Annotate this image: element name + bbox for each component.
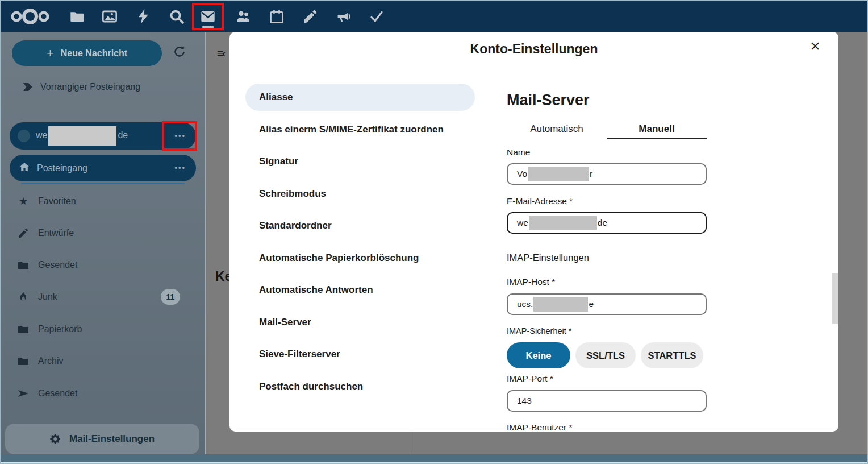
menu-open-icon[interactable]: ≡‹ [217, 47, 224, 60]
calendar-app-icon[interactable] [269, 9, 284, 24]
sidebar-border [205, 32, 206, 454]
tasks-app-icon[interactable] [369, 9, 384, 24]
window-bottom-edge [1, 462, 868, 464]
tab-automatisch[interactable]: Automatisch [507, 121, 607, 139]
app-window: + Neue Nachricht Vorrangiger Posteingang… [0, 0, 868, 464]
files-app-icon[interactable] [70, 9, 85, 24]
security-option-ssl-tls[interactable]: SSL/TLS [575, 342, 636, 368]
menu-item-signatur[interactable]: Signatur [245, 148, 475, 175]
menu-item-standardordner[interactable]: Standardordner [245, 212, 475, 239]
send-icon [18, 388, 29, 399]
unread-count-badge: 11 [161, 289, 180, 305]
pencil-icon [18, 227, 29, 239]
photos-app-icon[interactable] [102, 9, 117, 24]
star-icon: ★ [18, 196, 29, 207]
account-settings-dialog: Konto-Einstellungen × Aliasse Alias eine… [229, 32, 838, 432]
section-heading: Mail-Server [507, 92, 590, 109]
home-icon [19, 161, 30, 175]
sidebar-item-entwuerfe[interactable]: Entwürfe [18, 225, 188, 242]
sidebar-item-archiv[interactable]: Archiv [18, 353, 188, 370]
new-message-label: Neue Nachricht [61, 48, 127, 59]
nextcloud-logo-icon[interactable] [9, 5, 52, 28]
folder-icon [18, 324, 29, 335]
imap-security-options: Keine SSL/TLS STARTTLS [507, 342, 703, 368]
announcements-app-icon[interactable] [336, 9, 351, 24]
menu-item-schreibmodus[interactable]: Schreibmodus [245, 180, 475, 208]
activity-app-icon[interactable] [136, 9, 151, 24]
pane-divider [411, 432, 411, 454]
menu-item-alias-smime[interactable]: Alias einerm S/MIME-Zertifikat zuordnen [245, 116, 475, 143]
highlight-box-account-menu [162, 121, 197, 151]
menu-item-mail-server[interactable]: Mail-Server [245, 309, 475, 336]
menu-item-papierkorbloeschung[interactable]: Automatische Papierkorblöschung [245, 245, 475, 272]
security-option-keine[interactable]: Keine [507, 342, 570, 368]
new-message-button[interactable]: + Neue Nachricht [12, 40, 162, 66]
sidebar-divider [21, 183, 185, 184]
sidebar-item-favoriten[interactable]: ★ Favoriten [18, 193, 188, 210]
imap-security-label: IMAP-Sicherheit * [507, 326, 571, 335]
imap-port-label: IMAP-Port * [507, 374, 553, 384]
sidebar-item-junk[interactable]: Junk 11 [18, 288, 188, 305]
folder-icon [18, 259, 29, 271]
folder-label: Entwürfe [38, 228, 74, 238]
name-label: Name [507, 147, 530, 158]
mail-settings-button[interactable]: Mail-Einstellungen [5, 424, 199, 454]
sidebar-item-inbox[interactable]: Posteingang ••• [10, 155, 196, 181]
imap-port-input[interactable]: 143 [507, 390, 707, 412]
redacted-text [533, 297, 588, 312]
menu-item-automatische-antworten[interactable]: Automatische Antworten [245, 276, 475, 304]
name-input[interactable]: Vor [507, 163, 707, 185]
menu-item-postfach-durchsuchen[interactable]: Postfach durchsuchen [245, 373, 475, 400]
inbox-actions-icon[interactable]: ••• [174, 164, 186, 172]
refresh-icon[interactable] [173, 45, 186, 59]
imap-user-label: IMAP-Benutzer * [507, 422, 572, 432]
mode-tabs: Automatisch Manuell [507, 121, 707, 139]
search-app-icon[interactable] [169, 9, 184, 24]
menu-item-sieve-filterserver[interactable]: Sieve-Filterserver [245, 341, 475, 368]
sidebar-item-gesendet[interactable]: Gesendet [18, 256, 188, 274]
email-label: E-Mail-Adresse * [507, 196, 573, 206]
gear-icon [50, 433, 61, 445]
redacted-text [529, 216, 597, 230]
top-bar [1, 1, 868, 32]
folder-label: Junk [38, 292, 57, 302]
mail-settings-label: Mail-Einstellungen [69, 433, 155, 445]
folder-label: Gesendet [38, 388, 77, 399]
folder-label: Favoriten [38, 196, 76, 206]
notes-app-icon[interactable] [303, 9, 318, 24]
folder-label: Papierkorb [38, 324, 82, 334]
mail-server-form: Mail-Server Automatisch Manuell Name Vor… [507, 32, 707, 432]
imap-host-input[interactable]: ucs.e [507, 293, 707, 315]
highlight-box-mail-icon [192, 3, 224, 30]
redacted-text [48, 126, 116, 146]
account-avatar [18, 130, 30, 142]
account-name: wede [36, 126, 128, 146]
folder-label: Archiv [38, 356, 63, 366]
sidebar-item-papierkorb[interactable]: Papierkorb [18, 321, 188, 338]
contacts-app-icon[interactable] [236, 9, 251, 24]
close-icon[interactable]: × [806, 36, 825, 56]
window-bottom-bar [1, 454, 868, 462]
dialog-scrollbar[interactable] [832, 273, 838, 324]
menu-item-aliasse[interactable]: Aliasse [245, 84, 475, 111]
imap-settings-label: IMAP-Einstellungen [507, 252, 589, 263]
folder-icon [18, 355, 29, 367]
plus-icon: + [47, 46, 54, 61]
sidebar-item-priority-inbox[interactable]: Vorrangiger Posteingang [22, 80, 140, 94]
redacted-text [528, 167, 589, 181]
folder-label: Gesendet [38, 260, 77, 270]
tab-manuell[interactable]: Manuell [607, 121, 707, 139]
sidebar-item-gesendet-2[interactable]: Gesendet [18, 385, 188, 402]
inbox-label: Posteingang [37, 163, 87, 173]
priority-inbox-label: Vorrangiger Posteingang [40, 82, 140, 92]
mail-sidebar: + Neue Nachricht Vorrangiger Posteingang… [1, 32, 205, 454]
email-input[interactable]: wede [507, 212, 707, 234]
security-option-starttls[interactable]: STARTTLS [641, 342, 703, 368]
imap-host-label: IMAP-Host * [507, 277, 555, 287]
fire-icon [18, 291, 29, 303]
